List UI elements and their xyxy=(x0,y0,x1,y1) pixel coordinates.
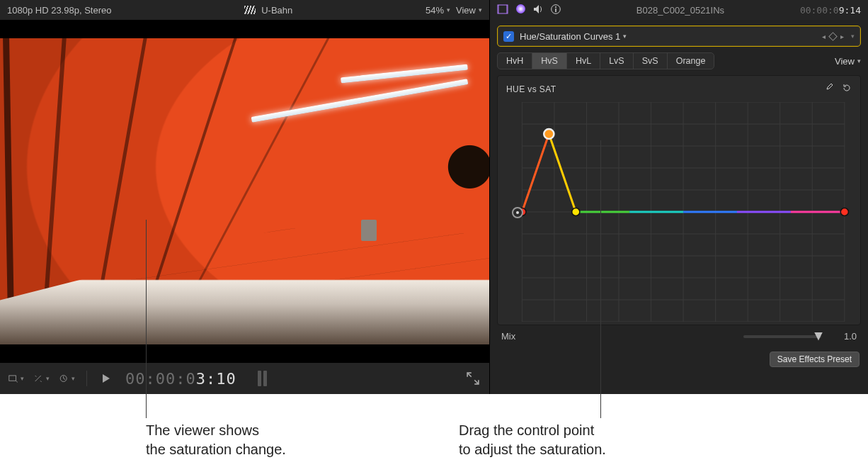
inspector-timecode: 00:00:09:14 xyxy=(800,5,861,16)
callout-leader xyxy=(600,140,601,418)
timecode-dim: 00:00:0 xyxy=(800,5,839,16)
effect-enable-checkbox[interactable]: ✓ xyxy=(503,31,514,42)
viewer-canvas[interactable] xyxy=(0,20,489,363)
keyframe-nav[interactable]: ◂ ▸ ▾ xyxy=(822,33,855,40)
callout-text: Drag the control point xyxy=(459,421,606,440)
svg-rect-2 xyxy=(498,5,508,13)
view-label: View xyxy=(456,5,476,16)
play-icon xyxy=(103,374,110,383)
effect-name-dropdown[interactable]: Hue/Saturation Curves 1 ▾ xyxy=(520,31,627,42)
keyframe-diamond-icon[interactable] xyxy=(828,32,838,41)
next-keyframe-icon[interactable]: ▸ xyxy=(840,33,844,40)
timecode-dim: 00:00:0 xyxy=(125,370,196,388)
retime-tool-dropdown[interactable]: ▾ xyxy=(59,372,75,385)
video-inspector-icon[interactable] xyxy=(497,4,508,16)
tab-hvs[interactable]: HvS xyxy=(532,53,567,69)
callout-text: the saturation change. xyxy=(146,440,286,459)
timecode-active: 9:14 xyxy=(839,5,861,16)
audio-meters-icon xyxy=(258,371,267,386)
effect-name-label: Hue/Saturation Curves 1 xyxy=(520,31,620,42)
enhance-tool-dropdown[interactable]: ▾ xyxy=(34,372,50,385)
tab-hvl[interactable]: HvL xyxy=(567,53,600,69)
svg-rect-8 xyxy=(555,9,556,12)
callout-text: The viewer shows xyxy=(146,421,286,440)
preview-image xyxy=(0,38,489,344)
zoom-value: 54% xyxy=(426,5,444,16)
viewer-footer: ▾ ▾ ▾ 00:00:03:10 xyxy=(0,363,489,394)
effect-header[interactable]: ✓ Hue/Saturation Curves 1 ▾ ◂ ▸ ▾ xyxy=(497,26,861,47)
tab-svs[interactable]: SvS xyxy=(634,53,668,69)
inspector-clip-name: B028_C002_0521INs xyxy=(568,5,793,16)
svg-rect-0 xyxy=(9,376,16,381)
viewer-pane: 1080p HD 23.98p, Stereo U-Bahn 54% ▾ Vie… xyxy=(0,0,490,394)
fullscreen-button[interactable] xyxy=(465,372,481,385)
curve-tabs: HvH HvS HvL LvS SvS Orange xyxy=(497,52,714,69)
curve-graph[interactable] xyxy=(506,102,852,322)
callout-leader xyxy=(146,220,147,418)
audio-inspector-icon[interactable] xyxy=(533,4,544,16)
inspector-header: B028_C002_0521INs 00:00:09:14 xyxy=(490,0,868,20)
chevron-down-icon: ▾ xyxy=(21,375,24,382)
play-button[interactable] xyxy=(98,372,114,385)
curve-view-dropdown[interactable]: View ▾ xyxy=(835,56,861,67)
viewer-timecode[interactable]: 00:00:03:10 xyxy=(125,370,236,388)
timecode-active: 3:10 xyxy=(196,370,236,388)
svg-point-39 xyxy=(544,129,554,139)
callout-right: Drag the control point to adjust the sat… xyxy=(459,421,606,459)
tab-orange[interactable]: Orange xyxy=(668,53,714,69)
transform-tool-dropdown[interactable]: ▾ xyxy=(8,372,24,385)
reset-icon[interactable] xyxy=(842,83,852,95)
prev-keyframe-icon[interactable]: ◂ xyxy=(822,33,826,40)
tab-lvs[interactable]: LvS xyxy=(600,53,634,69)
save-effects-preset-button[interactable]: Save Effects Preset xyxy=(770,352,860,367)
color-inspector-icon[interactable] xyxy=(515,4,526,16)
svg-point-5 xyxy=(516,4,525,13)
callout-left: The viewer shows the saturation change. xyxy=(146,421,286,459)
mix-slider[interactable] xyxy=(743,335,821,338)
zoom-dropdown[interactable]: 54% ▾ xyxy=(426,5,450,16)
chevron-down-icon: ▾ xyxy=(623,33,627,40)
clip-format: 1080p HD 23.98p, Stereo xyxy=(7,5,111,16)
info-inspector-icon[interactable] xyxy=(551,4,561,16)
chevron-down-icon: ▾ xyxy=(72,375,75,382)
svg-point-40 xyxy=(572,208,580,216)
chevron-down-icon: ▾ xyxy=(447,6,450,13)
clapperboard-icon xyxy=(244,6,256,14)
view-label: View xyxy=(835,56,855,67)
viewer-header: 1080p HD 23.98p, Stereo U-Bahn 54% ▾ Vie… xyxy=(0,0,489,20)
svg-rect-3 xyxy=(498,5,499,13)
divider xyxy=(86,371,87,386)
curve-title: HUE vs SAT xyxy=(506,84,556,94)
callout-text: to adjust the saturation. xyxy=(459,440,606,459)
mix-value: 1.0 xyxy=(828,331,857,342)
tab-hvh[interactable]: HvH xyxy=(498,53,532,69)
inspector-pane: B028_C002_0521INs 00:00:09:14 ✓ Hue/Satu… xyxy=(490,0,868,394)
mix-row: Mix 1.0 xyxy=(490,325,868,347)
curve-tab-row: HvH HvS HvL LvS SvS Orange View ▾ xyxy=(490,52,868,74)
svg-point-41 xyxy=(840,208,848,216)
axis-handle[interactable] xyxy=(512,207,523,218)
chevron-down-icon: ▾ xyxy=(46,375,50,382)
chevron-down-icon[interactable]: ▾ xyxy=(851,33,855,40)
app-window: 1080p HD 23.98p, Stereo U-Bahn 54% ▾ Vie… xyxy=(0,0,868,394)
mix-label: Mix xyxy=(501,331,515,342)
svg-rect-4 xyxy=(506,5,508,13)
chevron-down-icon: ▾ xyxy=(479,6,482,13)
chevron-down-icon: ▾ xyxy=(857,57,861,64)
eyedropper-icon[interactable] xyxy=(823,83,833,95)
curve-panel: HUE vs SAT xyxy=(497,75,861,325)
clip-title: U-Bahn xyxy=(261,5,292,16)
svg-point-7 xyxy=(555,6,556,8)
view-dropdown[interactable]: View ▾ xyxy=(456,5,482,16)
